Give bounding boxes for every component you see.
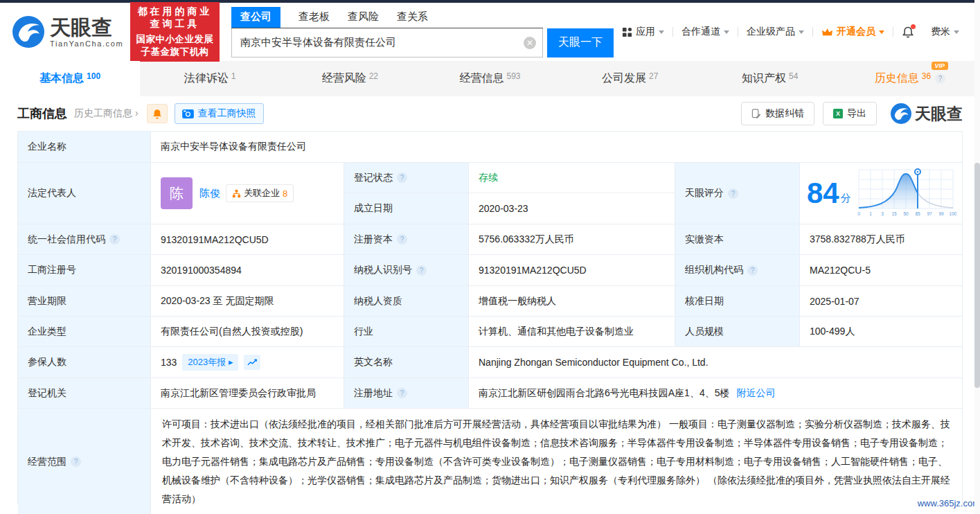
- tianyancha-logo-icon: [891, 103, 911, 124]
- subscribe-bell-button[interactable]: [147, 104, 168, 123]
- notifications[interactable]: [893, 26, 923, 39]
- tab-count: 27: [649, 71, 658, 81]
- trend-chart-icon[interactable]: [244, 355, 260, 370]
- tab-business-info[interactable]: 经营信息593: [420, 61, 560, 96]
- nav-user-menu[interactable]: 费米: [923, 26, 968, 38]
- table-row: 营业期限 2020-03-23 至 无固定期限 纳税人资质 增值税一般纳税人 核…: [18, 286, 962, 317]
- insured-count-value: 133: [161, 357, 177, 368]
- bell-icon: [902, 26, 914, 39]
- help-icon[interactable]: ?: [935, 73, 945, 84]
- search-tab-risk[interactable]: 查风险: [348, 7, 379, 28]
- tab-intellectual-property[interactable]: 知识产权54: [700, 61, 840, 96]
- legal-rep-name-link[interactable]: 陈俊: [199, 187, 220, 200]
- clear-search-icon[interactable]: ✕: [524, 37, 536, 49]
- establish-date-label: 成立日期: [344, 193, 469, 224]
- org-code-value: MA212QCU-5: [800, 255, 962, 285]
- tab-legal-litigation[interactable]: 法律诉讼1: [140, 61, 280, 96]
- help-icon[interactable]: ?: [747, 265, 758, 276]
- search-row: ✕ 天眼一下: [231, 28, 614, 57]
- help-icon[interactable]: ?: [397, 172, 407, 183]
- site-watermark: www.365jz.com: [918, 498, 980, 508]
- industry-label: 行业: [344, 317, 469, 346]
- search-input[interactable]: [231, 28, 543, 57]
- search-tab-company[interactable]: 查公司: [231, 7, 280, 28]
- logo-texts: 天眼查 TianYanCha.com: [50, 17, 123, 48]
- search-tab-boss[interactable]: 查老板: [299, 7, 330, 28]
- section-header: 工商信息 历史工商信息 › 查看工商快照 数据纠错 X 导出: [17, 96, 963, 131]
- legal-rep-cell: 陈 陈俊 关联企业 8: [151, 163, 344, 224]
- brand-name: 天眼查: [50, 17, 123, 39]
- export-label: 导出: [847, 107, 866, 120]
- chevron-down-icon: [799, 30, 804, 34]
- scrollbar-track[interactable]: [974, 0, 980, 514]
- nav-partner-channel[interactable]: 合作通道: [673, 26, 738, 38]
- related-companies-label: 关联企业: [244, 187, 280, 200]
- search-tab-relation[interactable]: 查关系: [397, 7, 428, 28]
- svg-text:3: 3: [881, 211, 884, 216]
- tab-company-development[interactable]: 公司发展27: [560, 61, 700, 96]
- paid-capital-label: 实缴资本: [675, 224, 800, 254]
- taxpayer-quality-label: 纳税人资质: [344, 286, 469, 316]
- nav-apps[interactable]: 应用: [614, 26, 672, 38]
- tab-basic-info[interactable]: 基本信息100: [0, 61, 140, 96]
- establish-date-value: 2020-03-23: [469, 193, 675, 224]
- snapshot-label: 查看工商快照: [198, 107, 256, 120]
- business-term-value: 2020-03-23 至 无固定期限: [151, 286, 344, 316]
- annual-report-badge[interactable]: 2023年报 ▸: [182, 354, 238, 371]
- help-icon[interactable]: ?: [728, 188, 738, 199]
- credit-code-value: 91320191MA212QCU5D: [151, 224, 344, 254]
- help-icon[interactable]: ?: [71, 457, 81, 467]
- help-icon[interactable]: ?: [416, 265, 427, 276]
- header-nav: 应用 合作通道 企业级产品 开通会员: [614, 26, 968, 39]
- nav-partner-label: 合作通道: [681, 26, 720, 38]
- main-content: 工商信息 历史工商信息 › 查看工商快照 数据纠错 X 导出: [0, 96, 980, 504]
- nav-open-membership[interactable]: 开通会员: [813, 26, 893, 38]
- business-info-table: 企业名称 南京中安半导体设备有限责任公司 法定代表人 陈 陈俊 关联企业 8: [17, 131, 963, 504]
- correction-doc-icon: [751, 109, 761, 118]
- score-marker-dot: [916, 171, 918, 173]
- tab-operation-risk[interactable]: 经营风险22: [280, 61, 420, 96]
- table-row: 企业名称 南京中安半导体设备有限责任公司: [18, 132, 962, 163]
- search-button[interactable]: 天眼一下: [547, 28, 614, 57]
- promo-line2: 国家中小企业发展子基金旗下机构: [134, 33, 215, 58]
- nav-apps-label: 应用: [636, 26, 655, 38]
- history-business-info-link[interactable]: 历史工商信息 ›: [74, 107, 139, 120]
- header: 天眼查 TianYanCha.com 都在用的商业查询工具 国家中小企业发展子基…: [0, 3, 980, 61]
- reg-number-label: 工商注册号: [18, 255, 151, 285]
- industry-value: 计算机、通信和其他电子设备制造业: [469, 317, 675, 346]
- tianyancha-watermark-logo: 天眼查: [891, 103, 963, 125]
- chevron-down-icon: [659, 30, 664, 34]
- score-distribution-chart[interactable]: 0 1 3 15 50 85 97 99 100: [855, 167, 956, 220]
- related-companies-badge[interactable]: 关联企业 8: [226, 184, 294, 202]
- company-tabbar: 基本信息100 法律诉讼1 经营风险22 经营信息593 公司发展27 知识产权…: [0, 61, 980, 96]
- export-button[interactable]: X 导出: [823, 102, 877, 125]
- view-business-snapshot-button[interactable]: 查看工商快照: [175, 103, 264, 124]
- company-type-label: 企业类型: [18, 317, 151, 346]
- reg-address-label: 注册地址?: [344, 378, 469, 408]
- reg-capital-value: 5756.063332万人民币: [469, 224, 675, 254]
- scrollbar-thumb[interactable]: [974, 163, 980, 388]
- avatar[interactable]: 陈: [161, 177, 193, 209]
- nav-enterprise-products[interactable]: 企业级产品: [738, 26, 812, 38]
- insured-count-cell: 133 2023年报 ▸: [151, 347, 344, 378]
- tab-label: 历史信息: [875, 71, 919, 86]
- tab-history-info[interactable]: VIP 历史信息 36 ?: [840, 61, 980, 96]
- vip-badge: VIP: [932, 62, 949, 70]
- history-link-label: 历史工商信息: [74, 107, 132, 118]
- reg-authority-value: 南京江北新区管理委员会行政审批局: [151, 378, 344, 408]
- help-icon[interactable]: ?: [397, 388, 407, 398]
- reg-status-value: 存续: [469, 163, 675, 193]
- data-correction-button[interactable]: 数据纠错: [741, 102, 814, 125]
- business-scope-value: 许可项目：技术进出口（依法须经批准的项目，经相关部门批准后方可开展经营活动，具体…: [151, 409, 962, 514]
- nearby-companies-link[interactable]: 附近公司: [736, 387, 775, 400]
- tab-label: 法律诉讼: [184, 71, 229, 86]
- svg-text:97: 97: [927, 211, 932, 216]
- english-name-value: Nanjing Zhongan Semiconductor Equipment …: [469, 347, 962, 378]
- tianyancha-logo[interactable]: 天眼查 TianYanCha.com: [12, 16, 123, 48]
- help-icon[interactable]: ?: [109, 234, 120, 245]
- svg-text:85: 85: [915, 211, 920, 216]
- chevron-down-icon: [954, 30, 959, 34]
- tab-label: 基本信息: [39, 71, 84, 86]
- status-subtable: 登记状态? 存续 成立日期 2020-03-23: [344, 163, 675, 224]
- help-icon[interactable]: ?: [397, 234, 407, 245]
